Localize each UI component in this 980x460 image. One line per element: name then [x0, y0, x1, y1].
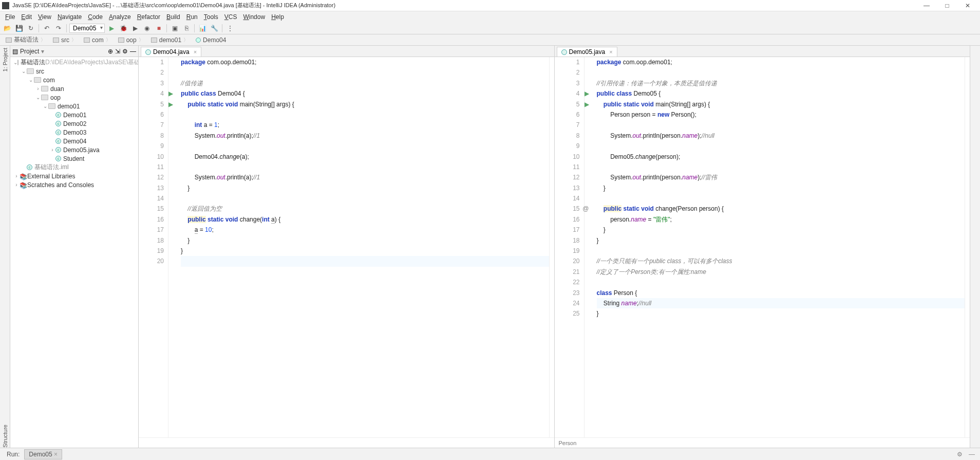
- folder-icon: [48, 103, 55, 109]
- open-icon[interactable]: 📂: [2, 23, 12, 33]
- coverage-icon[interactable]: ▶: [130, 23, 140, 33]
- tree-node[interactable]: ›📚External Libraries: [10, 172, 138, 180]
- collapse-icon[interactable]: ⇲: [115, 48, 120, 55]
- menu-run[interactable]: Run: [183, 12, 201, 22]
- java-file-icon: c: [55, 121, 61, 126]
- tree-node[interactable]: ⌄com: [10, 76, 138, 84]
- tree-node[interactable]: ⌄demo01: [10, 102, 138, 111]
- build-icon[interactable]: ▣: [169, 23, 180, 33]
- breadcrumb-com[interactable]: com: [80, 35, 115, 45]
- run-icon[interactable]: ▶: [106, 23, 117, 33]
- tree-node[interactable]: cDemo01: [10, 111, 138, 119]
- tree-node[interactable]: cDemo02: [10, 119, 138, 128]
- close-button[interactable]: ✕: [957, 1, 978, 11]
- run-tool-label[interactable]: Run:: [2, 449, 24, 459]
- project-header: ▤ Project ▾ ⊕ ⇲ ⚙ —: [10, 46, 138, 57]
- java-file-icon: c: [55, 147, 61, 153]
- profile-icon[interactable]: ◉: [142, 23, 152, 33]
- more-icon[interactable]: ⋮: [225, 23, 235, 33]
- gear-icon[interactable]: ⚙: [954, 451, 966, 458]
- tree-node[interactable]: ›📚Scratches and Consoles: [10, 180, 138, 189]
- editor-right: Demo05.java × 123456789101112131415 @161…: [555, 46, 970, 448]
- folder-icon: [84, 38, 90, 43]
- menu-build[interactable]: Build: [163, 12, 183, 22]
- bottom-bar: Run: Demo05 × ⚙ —: [0, 448, 980, 460]
- menu-window[interactable]: Window: [240, 12, 268, 22]
- tree-node[interactable]: ›duan: [10, 84, 138, 93]
- tree-node[interactable]: ⌄基础语法 D:\IDEA\IdeaProjects\JavaSE\基础语法: [10, 58, 138, 67]
- tab-label: Demo04.java: [153, 48, 190, 56]
- breadcrumb-demo01[interactable]: demo01: [147, 35, 192, 45]
- tree-node[interactable]: ›cDemo05.java: [10, 145, 138, 154]
- java-file-icon: c: [27, 164, 32, 170]
- tree-node[interactable]: cDemo03: [10, 128, 138, 137]
- java-file-icon: [561, 49, 567, 55]
- menu-file[interactable]: File: [2, 12, 18, 22]
- run-config-select[interactable]: Demo05: [69, 24, 105, 33]
- gear-icon[interactable]: ⚙: [122, 48, 128, 55]
- java-file-icon: c: [55, 112, 61, 118]
- menu-tools[interactable]: Tools: [201, 12, 221, 22]
- tree-node[interactable]: cStudent: [10, 154, 138, 163]
- editor-left: Demo04.java × 12345678910111213141516171…: [139, 46, 555, 448]
- java-file-icon: [145, 49, 151, 55]
- menu-code[interactable]: Code: [85, 12, 106, 22]
- maximize-button[interactable]: □: [937, 1, 957, 11]
- menu-navigate[interactable]: Navigate: [54, 12, 85, 22]
- dropdown-icon[interactable]: ▾: [41, 48, 44, 55]
- project-tree[interactable]: ⌄基础语法 D:\IDEA\IdeaProjects\JavaSE\基础语法⌄s…: [10, 57, 138, 448]
- structure-icon[interactable]: 📊: [197, 23, 208, 33]
- debug-icon[interactable]: 🐞: [118, 23, 128, 33]
- close-tab-icon[interactable]: ×: [609, 49, 612, 55]
- editor-left-code[interactable]: 1234567891011121314151617181920 package …: [139, 57, 554, 437]
- java-file-icon: c: [55, 138, 61, 144]
- menubar: FileEditViewNavigateCodeAnalyzeRefactorB…: [0, 11, 980, 22]
- run-tab-demo05[interactable]: Demo05 ×: [24, 449, 62, 459]
- hide-icon[interactable]: —: [966, 451, 978, 458]
- tree-node[interactable]: ⌄src: [10, 67, 138, 76]
- tab-label: Demo05.java: [569, 48, 606, 56]
- tab-demo04[interactable]: Demo04.java ×: [141, 47, 201, 57]
- breadcrumb-oop[interactable]: oop: [115, 35, 147, 45]
- editor-right-code[interactable]: 123456789101112131415 @16171819202122232…: [555, 57, 970, 437]
- stop-icon[interactable]: ■: [154, 23, 164, 33]
- menu-view[interactable]: View: [35, 12, 54, 22]
- folder-icon: [53, 38, 59, 43]
- refresh-icon[interactable]: ↻: [26, 23, 36, 33]
- project-tool-tab[interactable]: 1: Project: [2, 48, 8, 71]
- close-tab-icon[interactable]: ×: [194, 49, 197, 55]
- navbar: 基础语法srccomoopdemo01Demo04: [0, 34, 980, 46]
- folder-icon: [17, 60, 18, 65]
- tab-demo05[interactable]: Demo05.java ×: [557, 47, 617, 57]
- tree-node[interactable]: cDemo04: [10, 137, 138, 145]
- structure-tool-tab[interactable]: Structure: [2, 425, 8, 448]
- breadcrumb-demo04[interactable]: Demo04: [192, 35, 232, 45]
- project-tool-window: ▤ Project ▾ ⊕ ⇲ ⚙ — ⌄基础语法 D:\IDEA\IdeaPr…: [10, 46, 139, 448]
- menu-analyze[interactable]: Analyze: [106, 12, 134, 22]
- toolbar: 📂 💾 ↻ ↶ ↷ Demo05 ▶ 🐞 ▶ ◉ ■ ▣ ⎘ 📊 🔧 ⋮: [0, 22, 980, 34]
- editor-tabs-right: Demo05.java ×: [555, 46, 970, 57]
- undo-icon[interactable]: ↶: [42, 23, 52, 33]
- menu-edit[interactable]: Edit: [18, 12, 35, 22]
- tree-node[interactable]: c基础语法.iml: [10, 163, 138, 172]
- right-status: Person: [555, 437, 970, 448]
- project-label: Project: [20, 48, 39, 55]
- menu-help[interactable]: Help: [268, 12, 287, 22]
- attach-icon[interactable]: ⎘: [181, 23, 192, 33]
- breadcrumb-src[interactable]: src: [49, 35, 80, 45]
- save-icon[interactable]: 💾: [14, 23, 24, 33]
- breadcrumb-基础语法[interactable]: 基础语法: [2, 34, 49, 45]
- settings-icon[interactable]: 🔧: [209, 23, 219, 33]
- scroll-icon[interactable]: ⊕: [108, 48, 113, 55]
- folder-icon: [151, 38, 157, 43]
- project-icon: ▤: [12, 48, 18, 55]
- redo-icon[interactable]: ↷: [53, 23, 64, 33]
- tree-node[interactable]: ⌄oop: [10, 93, 138, 102]
- right-tool-stripe: [970, 46, 980, 448]
- menu-vcs[interactable]: VCS: [221, 12, 240, 22]
- library-icon: 📚: [20, 182, 25, 188]
- minimize-button[interactable]: —: [916, 1, 937, 11]
- menu-refactor[interactable]: Refactor: [134, 12, 163, 22]
- hide-icon[interactable]: —: [130, 48, 136, 55]
- titlebar: JavaSE [D:\IDEA\IdeaProjects\JavaSE] - .…: [0, 0, 980, 11]
